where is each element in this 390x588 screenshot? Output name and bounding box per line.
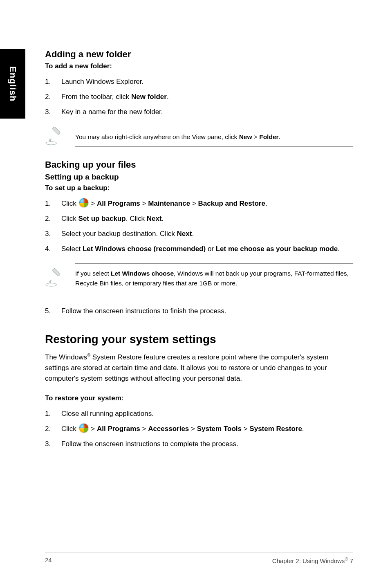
step-number: 3. <box>45 228 61 239</box>
step-text-segment: Select <box>61 245 83 253</box>
step-number: 1. <box>45 76 61 87</box>
step-text-segment: . <box>338 245 340 253</box>
svg-marker-5 <box>49 280 52 283</box>
windows-start-orb-icon <box>79 198 88 207</box>
step-text: Click > All Programs > Maintenance > Bac… <box>61 198 353 209</box>
step-text-segment: > <box>140 200 148 207</box>
restore-step-2: 2. Click > All Programs > Accessories > … <box>45 423 353 434</box>
language-tab-label: English <box>7 66 18 101</box>
svg-marker-2 <box>49 138 52 141</box>
step-text-segment: > <box>189 425 197 433</box>
step-number: 1. <box>45 408 61 419</box>
svg-rect-1 <box>52 127 61 135</box>
step-text: Close all running applications. <box>61 408 353 419</box>
language-tab: English <box>0 49 25 119</box>
step-text-bold: Maintenance <box>148 200 190 207</box>
step-number: 2. <box>45 91 61 102</box>
note-block-add-folder: You may also right-click anywhere on the… <box>45 127 353 147</box>
step-text-segment: > <box>89 200 97 207</box>
backup-step-5: 5. Follow the onscreen instructions to f… <box>45 305 353 316</box>
registered-mark: ® <box>87 352 90 357</box>
para-segment: The Windows <box>45 353 87 361</box>
step-text-bold: System Restore <box>249 425 302 433</box>
step-text-segment: . <box>167 93 169 101</box>
step-text-segment: . <box>162 215 164 222</box>
note-segment: If you select <box>75 270 111 277</box>
step-text-bold: Accessories <box>148 425 189 433</box>
step-number: 3. <box>45 438 61 449</box>
pencil-note-icon <box>45 127 64 147</box>
para-segment: System Restore feature creates a restore… <box>45 353 329 383</box>
step-text-bold: Let Windows choose (recommended) <box>83 245 206 253</box>
step-text-segment: > <box>242 425 249 433</box>
footer-segment: 7 <box>348 557 353 564</box>
step-text-segment: > <box>89 425 97 433</box>
step-text: Follow the onscreen instructions to fini… <box>61 305 353 316</box>
note-segment: . <box>279 133 280 140</box>
step-number: 1. <box>45 198 61 209</box>
step-text-bold: All Programs <box>97 425 140 433</box>
note-segment: > <box>252 133 260 140</box>
step-text-segment: or <box>206 245 216 253</box>
restore-paragraph: The Windows® System Restore feature crea… <box>45 352 353 384</box>
pencil-note-icon <box>45 268 64 289</box>
step-text-segment: Select your backup destination. Click <box>61 230 177 238</box>
heading-restoring-settings: Restoring your system settings <box>45 333 353 346</box>
note-text: If you select Let Windows choose, Window… <box>75 263 353 293</box>
step-text-segment: Click <box>61 215 78 222</box>
note-bold: Folder <box>259 133 278 140</box>
step-text-bold: System Tools <box>197 425 242 433</box>
note-bold: New <box>239 133 252 140</box>
step-text-segment: Click <box>61 200 78 207</box>
svg-point-0 <box>46 141 57 145</box>
step-text-bold: New folder <box>131 93 167 101</box>
step-text-segment: . <box>265 200 267 207</box>
step-text-segment: Click <box>61 425 78 433</box>
step-text: Select your backup destination. Click Ne… <box>61 228 353 239</box>
restore-step-1: 1. Close all running applications. <box>45 408 353 419</box>
step-text: Launch Windows Explorer. <box>61 76 353 87</box>
subheading-to-add-folder: To add a new folder: <box>45 62 353 70</box>
step-text: Click > All Programs > Accessories > Sys… <box>61 423 353 434</box>
chapter-label: Chapter 2: Using Windows® 7 <box>272 557 353 564</box>
footer-segment: Chapter 2: Using Windows <box>272 557 345 564</box>
subheading-setting-up-backup: Setting up a backup <box>45 173 353 182</box>
step-text-segment: > <box>190 200 198 207</box>
step-text-bold: Next <box>177 230 192 238</box>
note-block-backup: If you select Let Windows choose, Window… <box>45 263 353 293</box>
heading-backing-up: Backing up your files <box>45 159 353 170</box>
backup-step-4: 4. Select Let Windows choose (recommende… <box>45 243 353 254</box>
step-text-bold: Backup and Restore <box>198 200 265 207</box>
step-text-segment: . <box>302 425 304 433</box>
step-number: 2. <box>45 423 61 434</box>
add-folder-step-1: 1. Launch Windows Explorer. <box>45 76 353 87</box>
step-text-bold: Set up backup <box>78 215 126 222</box>
windows-start-orb-icon <box>79 424 88 433</box>
page-footer: 24 Chapter 2: Using Windows® 7 <box>45 552 353 564</box>
step-number: 5. <box>45 305 61 316</box>
step-text: Select Let Windows choose (recommended) … <box>61 243 353 254</box>
svg-rect-4 <box>52 268 61 276</box>
step-text-segment: From the toolbar, click <box>61 93 131 101</box>
note-bold: Let Windows choose <box>111 270 174 277</box>
step-text-bold: Next <box>147 215 162 222</box>
step-number: 4. <box>45 243 61 254</box>
note-text: You may also right-click anywhere on the… <box>75 127 353 147</box>
subheading-to-restore: To restore your system: <box>45 394 353 402</box>
svg-point-3 <box>46 283 57 286</box>
step-text-segment: . <box>192 230 194 238</box>
backup-step-3: 3. Select your backup destination. Click… <box>45 228 353 239</box>
step-text-segment: > <box>140 425 148 433</box>
step-number: 3. <box>45 106 61 117</box>
subsubheading-to-set-up-backup: To set up a backup: <box>45 184 353 192</box>
backup-step-2: 2. Click Set up backup. Click Next. <box>45 213 353 224</box>
step-number: 2. <box>45 213 61 224</box>
backup-step-1: 1. Click > All Programs > Maintenance > … <box>45 198 353 209</box>
note-segment: You may also right-click anywhere on the… <box>75 133 239 140</box>
step-text-segment: . Click <box>126 215 147 222</box>
step-text: Click Set up backup. Click Next. <box>61 213 353 224</box>
add-folder-step-2: 2. From the toolbar, click New folder. <box>45 91 353 102</box>
restore-step-3: 3. Follow the onscreen instructions to c… <box>45 438 353 449</box>
step-text: From the toolbar, click New folder. <box>61 91 353 102</box>
step-text-bold: Let me choose as your backup mode <box>216 245 338 253</box>
